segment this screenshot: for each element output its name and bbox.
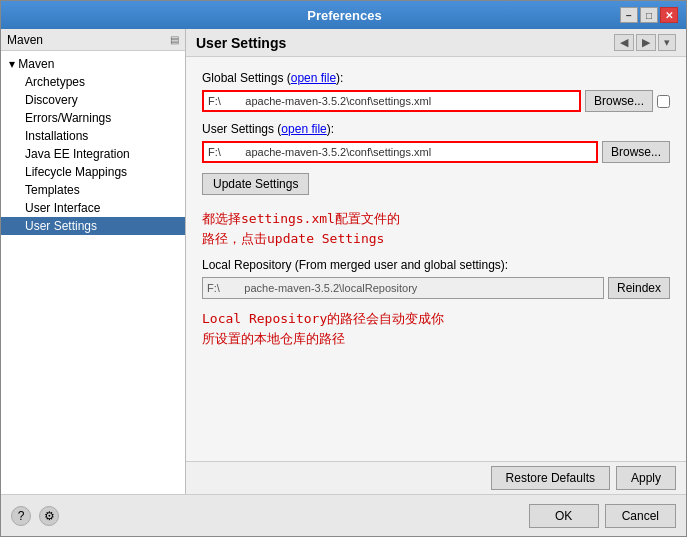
sidebar-item-templates[interactable]: Templates <box>1 181 185 199</box>
filter-icon: ▤ <box>170 34 179 45</box>
close-button[interactable]: ✕ <box>660 7 678 23</box>
maven-root-label: Maven <box>18 57 54 71</box>
sidebar-item-discovery[interactable]: Discovery <box>1 91 185 109</box>
title-bar: Preferences − □ ✕ <box>1 1 686 29</box>
bottom-bar: ? ⚙ OK Cancel <box>1 494 686 536</box>
bottom-right: OK Cancel <box>529 504 676 528</box>
global-settings-input[interactable] <box>202 90 581 112</box>
user-settings-row: Browse... <box>202 141 670 163</box>
discovery-label: Discovery <box>25 93 78 107</box>
user-settings-link[interactable]: open file <box>281 122 326 136</box>
window-controls: − □ ✕ <box>620 7 678 23</box>
local-repo-input[interactable] <box>202 277 604 299</box>
maximize-button[interactable]: □ <box>640 7 658 23</box>
restore-defaults-button[interactable]: Restore Defaults <box>491 466 610 490</box>
maven-expand-icon: ▾ <box>9 57 18 71</box>
user-settings-browse-button[interactable]: Browse... <box>602 141 670 163</box>
errors-warnings-label: Errors/Warnings <box>25 111 111 125</box>
user-interface-label: User Interface <box>25 201 100 215</box>
local-repo-label: Local Repository (From merged user and g… <box>202 258 670 272</box>
nav-back-button[interactable]: ◀ <box>614 34 634 51</box>
repo-annotation: Local Repository的路径会自动变成你 所设置的本地仓库的路径 <box>202 309 670 348</box>
lifecycle-label: Lifecycle Mappings <box>25 165 127 179</box>
sidebar-item-user-settings[interactable]: User Settings <box>1 217 185 235</box>
preferences-window: Preferences − □ ✕ Maven ▤ ▾ Maven Archet… <box>0 0 687 537</box>
panel-actions: Restore Defaults Apply <box>186 461 686 494</box>
reindex-button[interactable]: Reindex <box>608 277 670 299</box>
annotation-text: 都选择settings.xml配置文件的 路径，点击update Setting… <box>202 209 670 248</box>
sidebar-item-lifecycle[interactable]: Lifecycle Mappings <box>1 163 185 181</box>
sidebar-item-errors-warnings[interactable]: Errors/Warnings <box>1 109 185 127</box>
nav-forward-button[interactable]: ▶ <box>636 34 656 51</box>
global-settings-row: Browse... <box>202 90 670 112</box>
local-repo-row: Reindex <box>202 277 670 299</box>
settings-icon[interactable]: ⚙ <box>39 506 59 526</box>
cancel-button[interactable]: Cancel <box>605 504 676 528</box>
sidebar-header: Maven ▤ <box>1 29 185 51</box>
main-content: Maven ▤ ▾ Maven Archetypes Discovery Err… <box>1 29 686 494</box>
bottom-left: ? ⚙ <box>11 506 59 526</box>
window-title: Preferences <box>69 8 620 23</box>
panel-body: Global Settings (open file): Browse... U… <box>186 57 686 461</box>
sidebar-item-maven-root[interactable]: ▾ Maven <box>1 55 185 73</box>
installations-label: Installations <box>25 129 88 143</box>
user-settings-label: User Settings <box>25 219 97 233</box>
right-panel: User Settings ◀ ▶ ▾ Global Settings (ope… <box>186 29 686 494</box>
user-settings-input[interactable] <box>202 141 598 163</box>
global-settings-browse-button[interactable]: Browse... <box>585 90 653 112</box>
apply-button[interactable]: Apply <box>616 466 676 490</box>
sidebar-item-java-ee[interactable]: Java EE Integration <box>1 145 185 163</box>
panel-title: User Settings <box>196 35 286 51</box>
help-icon[interactable]: ? <box>11 506 31 526</box>
sidebar-item-archetypes[interactable]: Archetypes <box>1 73 185 91</box>
nav-arrows: ◀ ▶ ▾ <box>614 34 676 51</box>
panel-header: User Settings ◀ ▶ ▾ <box>186 29 686 57</box>
user-settings-label: User Settings (open file): <box>202 122 670 136</box>
templates-label: Templates <box>25 183 80 197</box>
minimize-button[interactable]: − <box>620 7 638 23</box>
global-settings-link[interactable]: open file <box>291 71 336 85</box>
sidebar: Maven ▤ ▾ Maven Archetypes Discovery Err… <box>1 29 186 494</box>
sidebar-item-installations[interactable]: Installations <box>1 127 185 145</box>
ok-button[interactable]: OK <box>529 504 599 528</box>
update-settings-button[interactable]: Update Settings <box>202 173 309 195</box>
nav-dropdown-button[interactable]: ▾ <box>658 34 676 51</box>
java-ee-label: Java EE Integration <box>25 147 130 161</box>
sidebar-tree: ▾ Maven Archetypes Discovery Errors/Warn… <box>1 51 185 239</box>
global-settings-label: Global Settings (open file): <box>202 71 670 85</box>
sidebar-item-user-interface[interactable]: User Interface <box>1 199 185 217</box>
archetypes-label: Archetypes <box>25 75 85 89</box>
global-settings-checkbox[interactable] <box>657 95 670 108</box>
sidebar-header-label: Maven <box>7 33 43 47</box>
